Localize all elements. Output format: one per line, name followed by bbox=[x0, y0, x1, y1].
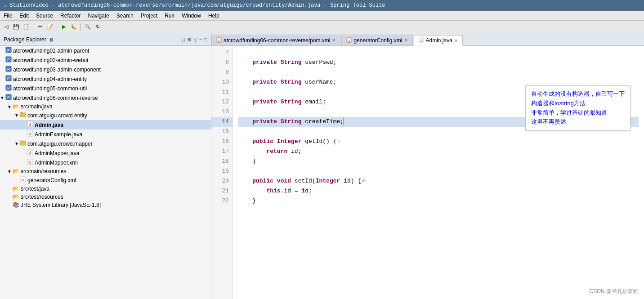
tree-item-2[interactable]: Patcrowdfunding03-admin-component bbox=[0, 65, 211, 74]
svg-text:X: X bbox=[348, 39, 350, 42]
svg-text:J: J bbox=[29, 132, 31, 136]
tree-expand-icon[interactable]: ▼ bbox=[0, 95, 4, 100]
tab-close-admin[interactable]: ✕ bbox=[454, 38, 458, 43]
code-token bbox=[238, 97, 252, 107]
annotation-line1: 自动生成的没有构造器，自己写一下 bbox=[531, 89, 625, 99]
tree-node-icon: P bbox=[5, 85, 12, 92]
tree-node-icon bbox=[20, 140, 26, 147]
view-menu-icon[interactable]: ▽ bbox=[193, 36, 197, 43]
code-token bbox=[277, 117, 281, 127]
tree-item-15[interactable]: 📂src/test/java bbox=[0, 185, 211, 193]
tree-node-icon: P bbox=[5, 94, 12, 102]
menu-item-project[interactable]: Project bbox=[137, 11, 161, 20]
tree-item-17[interactable]: 📚JRE System Library [JavaSE-1.8] bbox=[0, 201, 211, 209]
tree-expand-icon[interactable]: ▼ bbox=[7, 104, 12, 109]
tab-bar: Xatcrowdfunding06-common-reverse/pom.xml… bbox=[211, 33, 644, 46]
code-token: String bbox=[281, 77, 302, 87]
code-token: createTime; bbox=[301, 117, 344, 127]
collapse-indicator[interactable]: ⊖ bbox=[362, 176, 365, 186]
tree-item-8[interactable]: JAdmin.java bbox=[0, 120, 211, 129]
code-token: void bbox=[277, 176, 291, 186]
menu-item-edit[interactable]: Edit bbox=[16, 11, 32, 20]
menu-item-run[interactable]: Run bbox=[161, 11, 178, 20]
tree-item-12[interactable]: XAdminMapper.xml bbox=[0, 158, 211, 167]
tree-item-3[interactable]: Patcrowdfunding04-admin-entity bbox=[0, 74, 211, 84]
menu-item-help[interactable]: Help bbox=[205, 11, 223, 20]
maximize-icon[interactable]: □ bbox=[204, 36, 207, 43]
toolbar-save[interactable]: 💾 bbox=[12, 22, 21, 31]
menu-item-refactor[interactable]: Refactor bbox=[57, 11, 84, 20]
tab-admin[interactable]: JAdmin.java✕ bbox=[414, 35, 463, 46]
toolbar-search[interactable]: 🔍 bbox=[83, 22, 92, 31]
tree-item-13[interactable]: ▼📂src/main/resources bbox=[0, 167, 211, 175]
toolbar-sep-3 bbox=[80, 23, 81, 31]
collapse-all-icon[interactable]: ◱ bbox=[180, 36, 185, 43]
code-token: userName; bbox=[301, 77, 336, 87]
code-token: public bbox=[252, 176, 273, 186]
code-token: String bbox=[281, 117, 302, 127]
svg-text:J: J bbox=[29, 122, 31, 127]
toolbar-refresh[interactable]: ↻ bbox=[93, 22, 102, 31]
code-line-7 bbox=[238, 48, 639, 58]
toolbar-edit[interactable]: 📝 bbox=[45, 22, 54, 31]
tree-item-1[interactable]: Patcrowdfunding02-admin-webui bbox=[0, 55, 211, 65]
tree-expand-icon[interactable]: ▼ bbox=[14, 141, 19, 146]
tree-item-14[interactable]: XgeneratorConfig.xml bbox=[0, 175, 211, 185]
line-number-22: 22 bbox=[211, 196, 233, 206]
tree-item-11[interactable]: JAdminMapper.java bbox=[0, 148, 211, 158]
tree-item-9[interactable]: JAdminExample.java bbox=[0, 129, 211, 139]
collapse-indicator[interactable]: ⊖ bbox=[337, 137, 340, 147]
tree-item-7[interactable]: ▼com.atguigu.crowd.entity bbox=[0, 111, 211, 120]
code-editor[interactable]: 78910111213141516171819202122 private St… bbox=[211, 46, 644, 299]
annotation-line2: 构造器和tostring方法 bbox=[531, 99, 625, 108]
svg-text:J: J bbox=[420, 39, 422, 43]
tree-item-6[interactable]: ▼📂src/main/java bbox=[0, 103, 211, 111]
annotation-line3: 非常简单，学过基础的都知道 bbox=[531, 108, 625, 118]
tree-item-5[interactable]: ▼Patcrowdfunding06-common-reverse bbox=[0, 93, 211, 103]
tab-close-pom[interactable]: ✕ bbox=[332, 38, 335, 43]
toolbar-save2[interactable]: 📋 bbox=[22, 22, 31, 31]
menu-item-window[interactable]: Window bbox=[178, 11, 205, 20]
menu-item-file[interactable]: File bbox=[0, 11, 16, 20]
code-line-18: } bbox=[238, 156, 639, 166]
code-token: id) { bbox=[340, 176, 361, 186]
code-token: String bbox=[281, 97, 302, 107]
line-number-16: 16 bbox=[211, 137, 233, 147]
code-token bbox=[277, 77, 281, 87]
toolbar-back[interactable]: ◁ bbox=[2, 22, 11, 31]
link-editor-icon[interactable]: ⊕ bbox=[187, 36, 192, 43]
code-token: setId( bbox=[291, 176, 316, 186]
tree-item-16[interactable]: 📂src/test/resources bbox=[0, 193, 211, 201]
code-token: private bbox=[252, 117, 277, 127]
minimize-icon[interactable]: − bbox=[199, 36, 202, 43]
tab-generator[interactable]: XgeneratorConfig.xml✕ bbox=[341, 35, 412, 45]
svg-text:J: J bbox=[29, 151, 31, 155]
toolbar-debug[interactable]: 🐛 bbox=[69, 22, 78, 31]
code-token: Integer bbox=[316, 176, 340, 186]
tree-node-icon: 📂 bbox=[13, 103, 19, 110]
code-token bbox=[277, 97, 281, 107]
menu-item-navigate[interactable]: Navigate bbox=[84, 11, 112, 20]
tab-close-generator[interactable]: ✕ bbox=[404, 38, 408, 43]
code-line-21: this.id = id; bbox=[238, 186, 639, 196]
code-token bbox=[238, 58, 252, 67]
tree-expand-icon[interactable]: ▼ bbox=[14, 113, 19, 118]
app-icon: ☕ bbox=[4, 2, 7, 9]
tree-item-0[interactable]: Patcrowdfunding01-admin-parent bbox=[0, 46, 211, 55]
tree-node-icon bbox=[20, 112, 26, 119]
line-number-10: 10 bbox=[211, 77, 233, 87]
tab-pom[interactable]: Xatcrowdfunding06-common-reverse/pom.xml… bbox=[211, 35, 340, 45]
code-content[interactable]: private String userPswd; private String … bbox=[233, 46, 644, 299]
tree-item-4[interactable]: Patcrowdfunding05-common-util bbox=[0, 84, 211, 93]
tree-node-label: AdminMapper.xml bbox=[35, 160, 78, 166]
code-token: String bbox=[281, 58, 302, 67]
sidebar-tree[interactable]: Patcrowdfunding01-admin-parentPatcrowdfu… bbox=[0, 46, 211, 299]
menu-item-search[interactable]: Search bbox=[113, 11, 137, 20]
toolbar-cursor[interactable]: ✏ bbox=[36, 22, 45, 31]
menu-item-source[interactable]: Source bbox=[32, 11, 57, 20]
watermark: CSDN @平凡加班狗 bbox=[589, 288, 639, 295]
toolbar-run[interactable]: ▶ bbox=[59, 22, 68, 31]
tree-item-10[interactable]: ▼com.atguigu.crowd.mapper bbox=[0, 139, 211, 148]
sidebar-icons: ◱ ⊕ ▽ − □ bbox=[180, 36, 207, 43]
tree-expand-icon[interactable]: ▼ bbox=[7, 169, 12, 174]
